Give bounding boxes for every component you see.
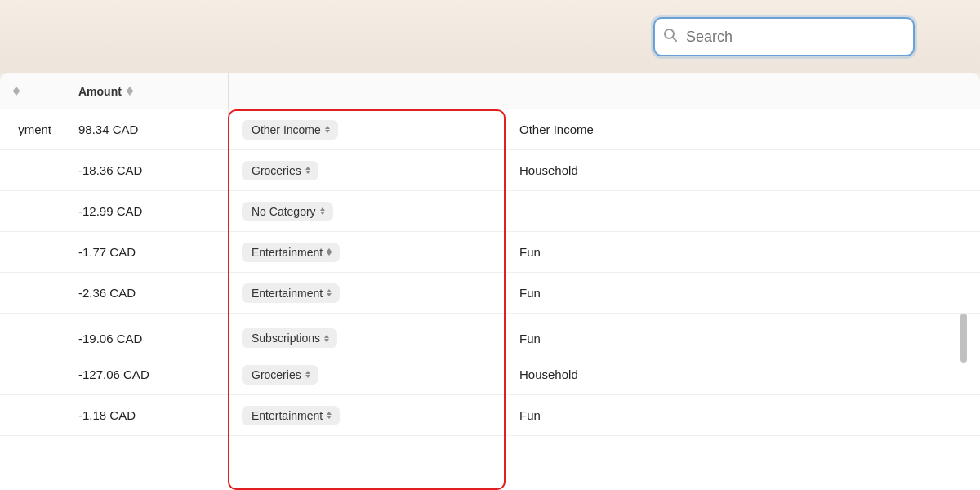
row-label (0, 191, 65, 231)
row-group: Other Income (506, 109, 947, 149)
badge-chevron-icon (305, 167, 310, 174)
category-badge[interactable]: Entertainment (242, 406, 340, 425)
table-body: yment 98.34 CAD Other Income Other Incom… (0, 109, 980, 490)
row-group: Household (506, 354, 947, 394)
row-scroll (947, 273, 980, 313)
category-badge[interactable]: Groceries (242, 161, 318, 180)
table-row: -12.99 CAD No Category (0, 191, 980, 232)
row-group: Fun (506, 232, 947, 272)
row-label (0, 232, 65, 272)
row-label (0, 354, 65, 394)
col-scroll-header (947, 74, 980, 109)
row-label: yment (0, 109, 65, 149)
badge-chevron-icon (327, 412, 332, 419)
row-amount: -12.99 CAD (65, 191, 229, 231)
row-category[interactable]: Entertainment (229, 395, 506, 435)
search-input[interactable] (653, 17, 915, 56)
badge-chevron-icon (305, 371, 310, 378)
row-label (0, 395, 65, 435)
table-row: -1.77 CAD Entertainment Fun (0, 232, 980, 273)
row-category[interactable]: Groceries (229, 150, 506, 190)
row-scroll (947, 109, 980, 149)
row-scroll (947, 191, 980, 231)
row-scroll (947, 354, 980, 394)
row-category[interactable]: Entertainment (229, 232, 506, 272)
row-scroll (947, 232, 980, 272)
badge-chevron-icon (320, 207, 325, 215)
search-container (653, 17, 915, 56)
row-amount: -18.36 CAD (65, 150, 229, 190)
badge-chevron-icon (327, 289, 332, 296)
category-badge[interactable]: Entertainment (242, 283, 340, 303)
row-group (506, 191, 947, 231)
table-row: -2.36 CAD Entertainment Fun (0, 273, 980, 314)
row-amount: -127.06 CAD (65, 354, 229, 394)
badge-chevron-icon (325, 126, 330, 133)
row-amount: 98.34 CAD (65, 109, 229, 149)
row-label (0, 273, 65, 313)
col-category-header (229, 74, 506, 109)
table-row: -127.06 CAD Groceries Household (0, 354, 980, 395)
row-category[interactable]: Entertainment (229, 273, 506, 313)
row-scroll (947, 150, 980, 190)
sort-icon (13, 87, 20, 96)
table-row: -1.18 CAD Entertainment Fun (0, 395, 980, 436)
amount-header-label: Amount (78, 85, 122, 98)
badge-chevron-icon (327, 248, 332, 256)
row-group: Household (506, 150, 947, 190)
top-bar (0, 0, 980, 74)
row-amount: -1.18 CAD (65, 395, 229, 435)
table-row: -19.06 CAD Subscriptions Fun (0, 314, 980, 354)
row-category[interactable]: No Category (229, 191, 506, 231)
category-badge[interactable]: No Category (242, 202, 333, 221)
table-row: -18.36 CAD Groceries Household (0, 150, 980, 191)
row-category[interactable]: Groceries (229, 354, 506, 394)
category-badge[interactable]: Other Income (242, 120, 338, 140)
badge-chevron-icon (324, 335, 329, 342)
col-amount-header[interactable]: Amount (65, 74, 229, 109)
category-badge[interactable]: Subscriptions (242, 328, 337, 348)
col-sort-header[interactable] (0, 74, 65, 109)
col-group-header (506, 74, 947, 109)
table-header: Amount (0, 74, 980, 109)
table-row: yment 98.34 CAD Other Income Other Incom… (0, 109, 980, 150)
table-area: Amount yment 98.34 CAD Other Income (0, 74, 980, 490)
row-group: Fun (506, 395, 947, 435)
category-badge[interactable]: Entertainment (242, 243, 340, 262)
row-scroll (947, 395, 980, 435)
row-group: Fun (506, 273, 947, 313)
row-amount: -2.36 CAD (65, 273, 229, 313)
row-amount: -1.77 CAD (65, 232, 229, 272)
row-label (0, 150, 65, 190)
category-badge[interactable]: Groceries (242, 365, 318, 385)
amount-sort-icon (127, 87, 133, 96)
row-category[interactable]: Other Income (229, 109, 506, 149)
